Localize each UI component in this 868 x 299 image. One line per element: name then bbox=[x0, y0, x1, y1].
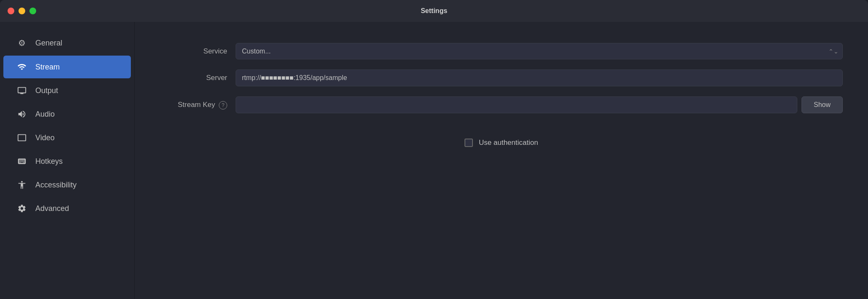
sidebar-item-accessibility[interactable]: Accessibility bbox=[3, 174, 131, 196]
auth-section: Use authentication bbox=[160, 139, 843, 147]
settings-window: Settings General Stream bbox=[0, 0, 868, 299]
main-content: General Stream Output bbox=[0, 22, 868, 299]
auth-label[interactable]: Use authentication bbox=[479, 139, 538, 147]
service-select[interactable]: Custom... Twitch YouTube Facebook Live bbox=[236, 43, 843, 59]
maximize-button[interactable] bbox=[29, 8, 36, 14]
advanced-icon bbox=[16, 204, 28, 213]
server-input[interactable] bbox=[236, 69, 843, 86]
server-control-wrap bbox=[236, 69, 843, 86]
sidebar-item-general[interactable]: General bbox=[3, 31, 131, 55]
sidebar-item-label: Hotkeys bbox=[35, 157, 63, 166]
service-row: Service Custom... Twitch YouTube Faceboo… bbox=[160, 43, 843, 59]
gear-icon bbox=[16, 38, 28, 48]
sidebar-item-label: Advanced bbox=[35, 204, 69, 213]
accessibility-icon bbox=[16, 180, 28, 190]
stream-key-input[interactable] bbox=[236, 96, 797, 113]
server-row: Server bbox=[160, 69, 843, 86]
content-area: Service Custom... Twitch YouTube Faceboo… bbox=[135, 22, 868, 299]
sidebar-item-video[interactable]: Video bbox=[3, 126, 131, 149]
sidebar: General Stream Output bbox=[0, 22, 135, 299]
stream-key-row: Stream Key ? Show bbox=[160, 96, 843, 113]
sidebar-item-label: Output bbox=[35, 86, 58, 95]
audio-icon bbox=[16, 109, 28, 119]
traffic-lights bbox=[8, 8, 36, 14]
show-stream-key-button[interactable]: Show bbox=[802, 96, 843, 113]
window-title: Settings bbox=[421, 7, 447, 15]
sidebar-item-stream[interactable]: Stream bbox=[3, 56, 131, 78]
help-icon[interactable]: ? bbox=[219, 101, 227, 109]
sidebar-item-label: Stream bbox=[35, 63, 60, 72]
service-control-wrap: Custom... Twitch YouTube Facebook Live ⌃… bbox=[236, 43, 843, 59]
service-select-wrap: Custom... Twitch YouTube Facebook Live ⌃… bbox=[236, 43, 843, 59]
sidebar-item-output[interactable]: Output bbox=[3, 79, 131, 102]
sidebar-item-advanced[interactable]: Advanced bbox=[3, 197, 131, 220]
close-button[interactable] bbox=[8, 8, 14, 14]
stream-key-label: Stream Key ? bbox=[160, 101, 227, 109]
output-icon bbox=[16, 86, 28, 95]
sidebar-item-hotkeys[interactable]: Hotkeys bbox=[3, 150, 131, 173]
service-label: Service bbox=[160, 47, 227, 56]
server-label: Server bbox=[160, 74, 227, 82]
minimize-button[interactable] bbox=[19, 8, 25, 14]
stream-key-wrap: Show bbox=[236, 96, 843, 113]
auth-checkbox[interactable] bbox=[465, 139, 473, 147]
sidebar-item-label: Audio bbox=[35, 110, 55, 119]
stream-icon bbox=[16, 62, 28, 72]
titlebar: Settings bbox=[0, 0, 868, 22]
hotkeys-icon bbox=[16, 157, 28, 166]
sidebar-item-label: Accessibility bbox=[35, 181, 77, 190]
sidebar-item-label: Video bbox=[35, 133, 55, 142]
sidebar-item-label: General bbox=[35, 39, 62, 48]
sidebar-item-audio[interactable]: Audio bbox=[3, 103, 131, 125]
video-icon bbox=[16, 133, 28, 142]
